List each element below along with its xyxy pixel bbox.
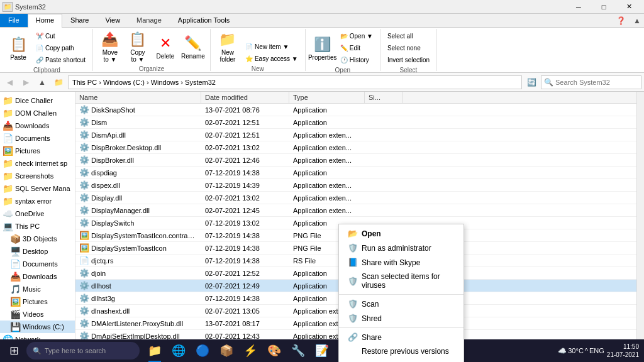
- start-button[interactable]: ⊞: [3, 339, 25, 362]
- context-menu-item[interactable]: 🛡️ Run as administrator: [339, 241, 464, 255]
- sidebar-item[interactable]: 📥 Downloads: [0, 270, 75, 283]
- table-row[interactable]: ⚙️DismApi.dll 02-07-2021 12:51 Applicati…: [75, 129, 636, 141]
- sidebar-item[interactable]: 📦 3D Objects: [0, 233, 75, 245]
- col-header-size[interactable]: Si...: [365, 92, 402, 103]
- tab-share[interactable]: Share: [62, 14, 97, 27]
- sidebar-item[interactable]: 📁 Screenshots: [0, 170, 75, 182]
- table-row[interactable]: ⚙️DispBroker.Desktop.dll 02-07-2021 13:0…: [75, 141, 636, 154]
- sidebar-item[interactable]: 📄 Documents: [0, 258, 75, 270]
- move-to-button[interactable]: 📤 Move to ▼: [97, 30, 123, 64]
- col-header-name[interactable]: Name: [75, 92, 201, 103]
- right-scrollbar[interactable]: [636, 92, 644, 347]
- paste-button[interactable]: 📋 Paste: [5, 31, 31, 65]
- sidebar-item[interactable]: 📁 syntax error: [0, 195, 75, 207]
- taskbar-search[interactable]: 🔍 Type here to search: [26, 342, 140, 359]
- easy-access-button[interactable]: ⭐ Easy access ▼: [242, 53, 301, 64]
- sidebar-item[interactable]: ☁️ OneDrive: [0, 207, 75, 220]
- tab-home[interactable]: Home: [28, 14, 62, 28]
- context-menu-item[interactable]: 🛡️ Scan selected items for viruses: [339, 270, 464, 292]
- file-date: 07-12-2019 13:02: [201, 218, 289, 228]
- taskbar-photoshop[interactable]: 🎨: [263, 339, 286, 362]
- sidebar-item[interactable]: 🖥️ Desktop: [0, 245, 75, 258]
- tray-caret[interactable]: ^: [585, 347, 588, 354]
- rename-button[interactable]: ✏️ Rename: [180, 30, 206, 64]
- context-menu-item[interactable]: 🛡️ Shred: [339, 311, 464, 326]
- table-row[interactable]: ⚙️DisplayManager.dll 02-07-2021 12:45 Ap…: [75, 204, 636, 217]
- minimize-button[interactable]: ─: [566, 0, 591, 14]
- taskbar-chrome[interactable]: 🔵: [191, 339, 214, 362]
- new-item-button[interactable]: 📄 New item ▼: [242, 41, 301, 52]
- col-header-date[interactable]: Date modified: [201, 92, 289, 103]
- table-row[interactable]: ⚙️DispBroker.dll 02-07-2021 12:46 Applic…: [75, 154, 636, 167]
- delete-button[interactable]: ✕ Delete: [152, 30, 179, 64]
- select-none-button[interactable]: Select none: [384, 42, 433, 53]
- search-input[interactable]: [555, 79, 638, 86]
- new-small-buttons: 📄 New item ▼ ⭐ Easy access ▼: [242, 41, 301, 64]
- table-row[interactable]: ⚙️DiskSnapShot 13-07-2021 08:76 Applicat…: [75, 104, 636, 116]
- paste-shortcut-icon: 🔗: [36, 57, 43, 63]
- sidebar-item[interactable]: 🎬 Videos: [0, 308, 75, 321]
- taskbar-edge[interactable]: 🌐: [167, 339, 190, 362]
- context-menu-item[interactable]: 📂 Open: [339, 226, 464, 241]
- context-menu-item[interactable]: 📘 Share with Skype: [339, 255, 464, 270]
- table-row[interactable]: ⚙️dispex.dll 07-12-2019 14:39 Applicatio…: [75, 179, 636, 192]
- table-row[interactable]: ⚙️dispdiag 07-12-2019 14:38 Application: [75, 167, 636, 179]
- taskbar-dropbox[interactable]: 📦: [215, 339, 238, 362]
- sidebar-item-icon: 📥: [10, 272, 21, 282]
- sidebar-item[interactable]: 📁 check internet sp: [0, 157, 75, 170]
- new-folder-button[interactable]: 📁 New folder: [214, 30, 241, 64]
- col-header-type[interactable]: Type: [289, 92, 365, 103]
- context-menu-item[interactable]: Send to ▶: [339, 358, 464, 362]
- tab-application-tools[interactable]: Application Tools: [170, 14, 238, 27]
- sidebar-item[interactable]: 💾 Windows (C:): [0, 321, 75, 333]
- main-area: 📁 Dice Challer📁 DOM Challen📥 Downloads📄 …: [0, 92, 644, 347]
- sidebar-item[interactable]: 💻 This PC: [0, 220, 75, 233]
- copy-path-button[interactable]: 📄 Copy path: [33, 42, 89, 53]
- file-name: ⚙️dllhost: [75, 280, 201, 292]
- search-box[interactable]: 🔍: [541, 75, 641, 89]
- taskbar-app5[interactable]: ⚡: [239, 339, 262, 362]
- context-menu-item[interactable]: Restore previous versions: [339, 344, 464, 358]
- tab-file[interactable]: File: [0, 14, 28, 27]
- select-all-button[interactable]: Select all: [384, 30, 433, 41]
- sidebar-item[interactable]: 📁 Dice Challer: [0, 94, 75, 107]
- sidebar-item[interactable]: 🎵 Music: [0, 283, 75, 295]
- open-btn[interactable]: 📂 Open ▼: [337, 30, 376, 41]
- sidebar-item[interactable]: 🖼️ Pictures: [0, 295, 75, 308]
- history-button[interactable]: 🕐 History: [337, 54, 376, 65]
- cut-button[interactable]: ✂️ Cut: [33, 30, 89, 41]
- properties-button[interactable]: ℹ️ Properties: [309, 31, 336, 65]
- help-button[interactable]: ❓: [614, 14, 628, 28]
- taskbar-word[interactable]: 📝: [311, 339, 333, 362]
- edit-button[interactable]: ✏️ Edit: [337, 42, 376, 53]
- title-bar: 📁 System32 ─ □ ✕: [0, 0, 644, 14]
- context-menu-item[interactable]: 🔗 Share: [339, 330, 464, 344]
- sidebar-item[interactable]: 📥 Downloads: [0, 119, 75, 132]
- sidebar-item[interactable]: 📁 DOM Challen: [0, 107, 75, 119]
- new-item-icon: 📄: [245, 43, 253, 50]
- ribbon-collapse-button[interactable]: ▲: [630, 14, 644, 28]
- sidebar-item[interactable]: 🖼️ Pictures: [0, 145, 75, 157]
- taskbar-file-explorer[interactable]: 📁: [143, 339, 166, 362]
- file-name: ⚙️dllhst3g: [75, 292, 201, 304]
- table-row[interactable]: ⚙️Display.dll 02-07-2021 13:02 Applicati…: [75, 192, 636, 204]
- back-button[interactable]: ◀: [3, 75, 16, 89]
- table-row[interactable]: ⚙️Dism 02-07-2021 12:51 Application: [75, 116, 636, 129]
- maximize-button[interactable]: □: [591, 0, 616, 14]
- refresh-button[interactable]: 🔄: [525, 75, 538, 89]
- forward-button[interactable]: ▶: [19, 75, 33, 89]
- close-button[interactable]: ✕: [616, 0, 641, 14]
- tab-view[interactable]: View: [97, 14, 128, 27]
- up-button[interactable]: ▲: [35, 75, 49, 89]
- paste-shortcut-button[interactable]: 🔗 Paste shortcut: [33, 54, 89, 65]
- breadcrumb[interactable]: This PC › Windows (C:) › Windows › Syste…: [68, 75, 522, 89]
- context-menu-item[interactable]: 🛡️ Scan: [339, 297, 464, 311]
- sidebar-item[interactable]: 📄 Documents: [0, 132, 75, 145]
- sidebar-item[interactable]: 📁 SQL Server Mana: [0, 182, 75, 195]
- taskbar-app7[interactable]: 🔧: [287, 339, 309, 362]
- sidebar-item-label: Downloads: [15, 122, 49, 129]
- tab-manage[interactable]: Manage: [128, 14, 170, 27]
- invert-selection-button[interactable]: Invert selection: [384, 54, 433, 65]
- copy-to-button[interactable]: 📋 Copy to ▼: [125, 30, 151, 64]
- ctx-item-icon: 🛡️: [348, 243, 358, 253]
